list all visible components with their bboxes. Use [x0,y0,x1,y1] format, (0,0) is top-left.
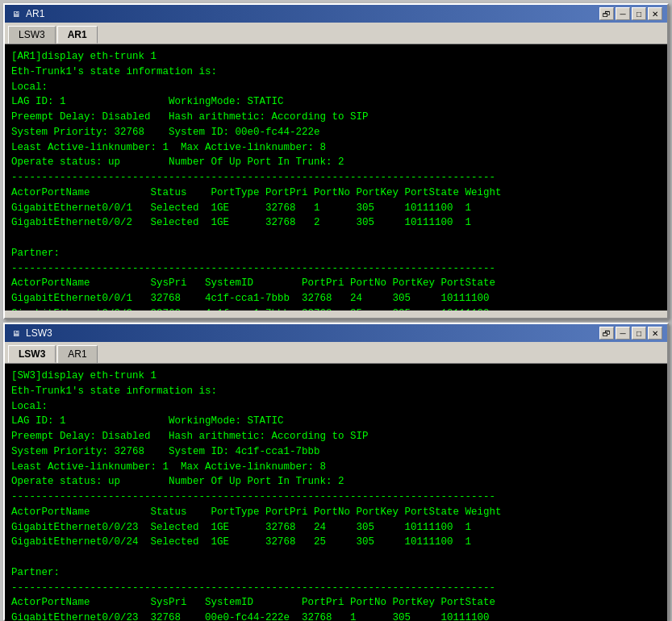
window-icon-lsw3: 🖥 [10,327,23,340]
tab-ar1-in-ar1[interactable]: AR1 [57,26,98,44]
restore-btn-ar1[interactable]: 🗗 [599,7,614,20]
title-bar-left-ar1: 🖥 AR1 [10,7,44,20]
window-lsw3: 🖥 LSW3 🗗 ─ □ ✕ LSW3 AR1 [SW3]display eth… [3,323,669,621]
window-title-lsw3: LSW3 [26,327,52,339]
terminal-lsw3[interactable]: [SW3]display eth-trunk 1 Eth-Trunk1's st… [5,364,667,621]
restore-btn-lsw3[interactable]: 🗗 [599,327,614,340]
title-bar-ar1: 🖥 AR1 🗗 ─ □ ✕ [5,5,667,23]
title-bar-lsw3: 🖥 LSW3 🗗 ─ □ ✕ [5,324,667,342]
terminal-ar1[interactable]: [AR1]display eth-trunk 1 Eth-Trunk1's st… [5,44,667,310]
close-btn-ar1[interactable]: ✕ [648,7,662,20]
minimize-btn-lsw3[interactable]: ─ [616,327,630,340]
tab-lsw3-in-lsw3[interactable]: LSW3 [8,345,56,363]
window-title-ar1: AR1 [26,8,44,19]
tab-lsw3-in-ar1[interactable]: LSW3 [8,26,56,44]
maximize-btn-ar1[interactable]: □ [632,7,646,20]
tab-bar-lsw3: LSW3 AR1 [5,342,667,364]
title-bar-left-lsw3: 🖥 LSW3 [10,327,52,340]
tab-bar-ar1: LSW3 AR1 [5,23,667,44]
title-controls-ar1: 🗗 ─ □ ✕ [599,7,662,20]
minimize-btn-ar1[interactable]: ─ [616,7,630,20]
maximize-btn-lsw3[interactable]: □ [632,327,646,340]
title-controls-lsw3: 🗗 ─ □ ✕ [599,327,662,340]
close-btn-lsw3[interactable]: ✕ [648,327,662,340]
window-icon-ar1: 🖥 [10,7,23,20]
window-ar1: 🖥 AR1 🗗 ─ □ ✕ LSW3 AR1 [AR1]display eth-… [3,3,669,319]
tab-ar1-in-lsw3[interactable]: AR1 [57,345,97,363]
